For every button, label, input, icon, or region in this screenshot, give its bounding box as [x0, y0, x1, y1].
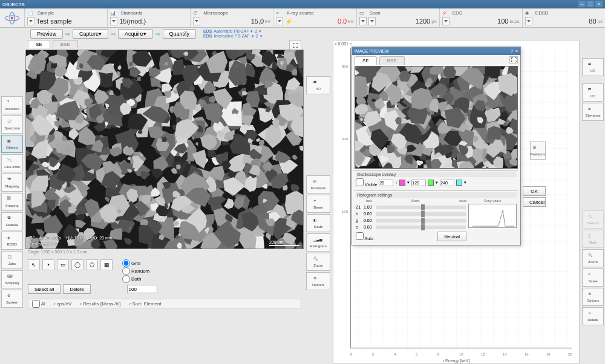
microscope-dropdown[interactable] — [193, 17, 200, 25]
sidebar-ebsd[interactable]: ◈EBSD — [1, 232, 23, 250]
tool-point[interactable]: • — [42, 259, 54, 270]
tool-rect[interactable]: ▭ — [57, 259, 69, 270]
sidebar-imaging[interactable]: 🖼Imaging — [1, 193, 23, 211]
radio-both[interactable]: Both — [122, 275, 149, 283]
sidebar-mapping[interactable]: 🗺Mapping — [1, 174, 23, 192]
preview-expand-button[interactable]: ⛶ — [509, 56, 518, 63]
sidebar-system[interactable]: ⚙System — [1, 290, 23, 308]
sem-image-tabs: SE BSE ⛶ — [25, 40, 304, 50]
slider-g[interactable] — [376, 219, 466, 223]
sidebar-feature[interactable]: ⦿Feature — [1, 212, 23, 230]
xray-flash-icon: ⚡ — [285, 18, 292, 25]
auto-checkbox[interactable]: Auto — [356, 232, 373, 241]
radio-grid[interactable]: Grid — [122, 259, 149, 267]
sem-scale-bar: 200 µm — [269, 240, 299, 246]
histogram-icon: ▁▃▅ — [313, 237, 323, 244]
osc-color-a[interactable] — [399, 180, 405, 186]
osc-val-b[interactable] — [411, 180, 426, 186]
preview-help-icon[interactable]: ? — [511, 49, 513, 53]
preview-ok-button[interactable]: OK — [523, 186, 546, 196]
positions-icon: ⊞ — [533, 145, 543, 152]
preview-positions-button[interactable]: ⊞Positions — [530, 141, 546, 160]
sidebar-spectrum[interactable]: 📈Spectrum — [1, 115, 23, 134]
sidebar-jobs[interactable]: 📋Jobs — [1, 251, 23, 269]
right-io2-button[interactable]: ⇄I/O — [582, 83, 604, 102]
window-close-button[interactable]: × — [595, 1, 603, 7]
semtool-zoom[interactable]: 🔍Zoom — [306, 253, 330, 271]
slider-c[interactable] — [376, 226, 466, 229]
acquire-button[interactable]: Acquire ▾ — [118, 29, 153, 39]
tab-se[interactable]: SE — [28, 40, 50, 48]
tool-pointer[interactable]: ↖ — [28, 259, 40, 270]
results-mass[interactable]: › Results [Mass-%] — [80, 301, 120, 307]
xray-dropdown[interactable] — [276, 17, 283, 25]
preview-cancel-button[interactable]: Cancel — [523, 197, 546, 207]
ebsd-dropdown[interactable] — [525, 17, 532, 25]
preview-tab-se[interactable]: SE — [355, 56, 377, 65]
semtool-options[interactable]: ⚙Options — [306, 272, 330, 290]
standards-icon: 📊 — [110, 10, 119, 16]
quantify-button[interactable]: Quantify — [163, 29, 197, 39]
sample-icon: 📄 — [27, 10, 36, 16]
preview-button[interactable]: Preview — [30, 29, 63, 39]
semtool-mode[interactable]: ◧Mode — [306, 214, 330, 232]
sem-image-view[interactable]: Test sample 77 SEMAG: 200xHV: 15 kVWD: 2… — [25, 50, 304, 249]
preview-titlebar[interactable]: IMAGE PREVIEW?× — [352, 47, 520, 55]
sample-dropdown[interactable] — [27, 17, 34, 25]
select-all-button[interactable]: Select all — [28, 284, 60, 294]
capture-button[interactable]: Capture ▾ — [73, 29, 108, 39]
right-scale-button[interactable]: AScale — [582, 268, 604, 287]
sidebar-linescan[interactable]: 📉Line scan — [1, 154, 23, 172]
histogram-display — [468, 204, 517, 228]
window-minimize-button[interactable]: – — [578, 1, 586, 7]
neutral-button[interactable]: Neutral — [437, 232, 466, 241]
right-search-button[interactable]: 🔍Search — [582, 210, 604, 229]
scan-dropdown2[interactable] — [368, 17, 376, 25]
tool-grid[interactable]: ▦ — [100, 259, 113, 270]
right-io-button[interactable]: ⇄I/O — [582, 58, 604, 76]
radio-random[interactable]: Random — [122, 267, 149, 275]
right-elements-button[interactable]: ⊞Elements — [582, 103, 604, 121]
preview-close-icon[interactable]: × — [515, 49, 518, 53]
count-input[interactable] — [127, 285, 157, 293]
osc-val-a[interactable] — [379, 180, 393, 186]
zoom-icon: 🔍 — [588, 253, 598, 260]
eds-dropdown[interactable] — [442, 17, 450, 25]
delete-icon: ✕ — [588, 311, 598, 318]
osc-val-c[interactable] — [440, 180, 454, 186]
sidebar-assistant[interactable]: ?Assistant — [1, 96, 23, 114]
tool-ellipse[interactable]: ◯ — [71, 259, 83, 270]
tool-polygon[interactable]: ⬠ — [86, 259, 98, 270]
standards-dropdown[interactable] — [110, 17, 117, 25]
visible-checkbox[interactable]: Visible — [356, 178, 377, 187]
panel-scan: ▭Scan 1200px — [356, 8, 439, 27]
osc-color-c[interactable] — [456, 180, 462, 186]
osc-color-b[interactable] — [428, 180, 434, 186]
right-math-button[interactable]: ∑Math — [582, 230, 604, 248]
scan-dropdown[interactable] — [359, 17, 367, 25]
svg-marker-1076 — [355, 76, 367, 97]
sidebar-objects[interactable]: ▦Objects — [1, 135, 23, 153]
spectrum-chart[interactable]: x 0,001 c 02468101214161820 300200100 › … — [333, 40, 580, 364]
semtool-positions[interactable]: ⊞Positions — [306, 175, 330, 193]
tab-bse[interactable]: BSE — [53, 40, 78, 48]
results-sort[interactable]: › Sort: Element — [129, 301, 161, 307]
semtool-beam[interactable]: ✦Beam — [306, 195, 330, 213]
results-cpsev[interactable]: › cps/eV — [54, 301, 71, 307]
al-checkbox[interactable]: Al — [32, 300, 45, 308]
semtool-histogram[interactable]: ▁▃▅Histogram — [306, 233, 330, 252]
right-options-button[interactable]: ⚙Options — [582, 288, 604, 306]
sidebar-scripting[interactable]: ⌨Scripting — [1, 270, 23, 288]
preview-tab-bse[interactable]: BSE — [379, 56, 405, 65]
elements-icon: ⊞ — [588, 106, 598, 114]
preview-image[interactable] — [355, 66, 518, 169]
semtool-io[interactable]: ⇄I/O — [306, 76, 330, 94]
slider-z1[interactable] — [376, 206, 466, 209]
panel-ebsd: ◈EBSD 80px — [522, 8, 605, 27]
right-zoom-button[interactable]: 🔍Zoom — [582, 249, 604, 267]
right-delete-button[interactable]: ✕Delete — [582, 307, 604, 325]
slider-b[interactable] — [376, 212, 466, 216]
delete-button[interactable]: Delete — [63, 284, 90, 294]
panel-sample: 📄Sample Test sample — [24, 8, 107, 27]
window-maximize-button[interactable]: □ — [587, 1, 594, 7]
